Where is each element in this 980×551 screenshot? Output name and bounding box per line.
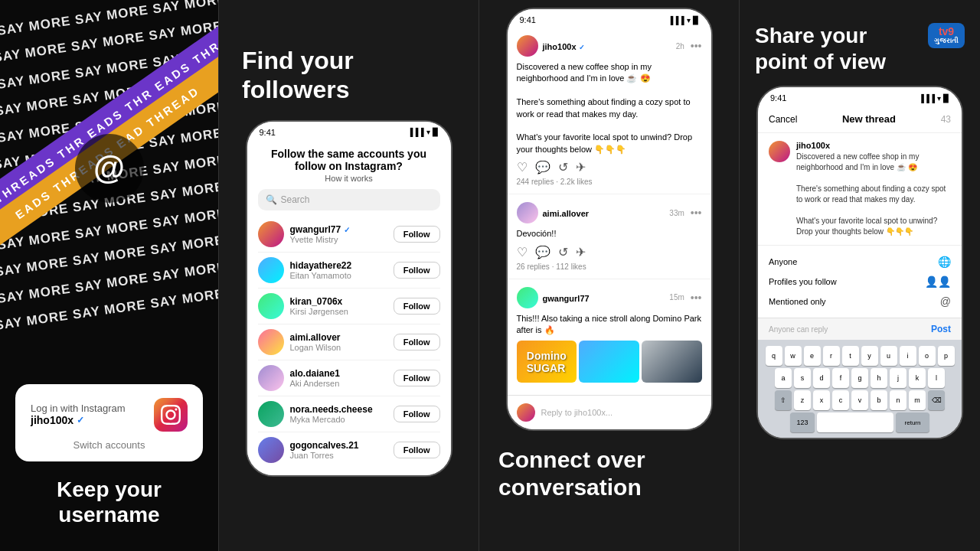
follow-button[interactable]: Follow	[394, 226, 440, 243]
follow-button[interactable]: Follow	[394, 334, 440, 350]
phone-mockup-panel4: 9:41 ▐▐▐ ▾ ▉ Cancel New thread 43 jiho10…	[756, 86, 963, 439]
realname: Myka Mercado	[290, 415, 394, 424]
reply-option-anyone[interactable]: Anyone 🌐	[769, 252, 951, 272]
reply-option-mentioned[interactable]: Mentioned only @	[769, 292, 951, 311]
panel4-title: Share your point of view	[755, 23, 928, 74]
like-icon[interactable]: ♡	[517, 245, 528, 259]
instagram-icon	[154, 398, 188, 432]
key-g[interactable]: g	[851, 368, 868, 388]
follow-button[interactable]: Follow	[394, 262, 440, 279]
key-q[interactable]: q	[766, 346, 782, 366]
key-shift[interactable]: ⇧	[775, 390, 792, 410]
key-z[interactable]: z	[794, 390, 811, 410]
people-icon: 👤👤	[925, 276, 951, 288]
avatar	[258, 293, 284, 319]
key-j[interactable]: j	[890, 368, 906, 388]
comment-icon[interactable]: 💬	[535, 160, 550, 174]
key-l[interactable]: l	[928, 368, 945, 388]
login-card[interactable]: Log in with Instagram jiho100x ✓ Switch …	[15, 384, 203, 461]
key-k[interactable]: k	[909, 368, 926, 388]
share-icon[interactable]: ✈	[576, 160, 586, 174]
panel1-title: Keep your username	[0, 477, 218, 528]
username: gogoncalves.21	[290, 440, 394, 451]
comment-icon[interactable]: 💬	[535, 245, 550, 259]
key-n[interactable]: n	[890, 390, 906, 410]
key-u[interactable]: u	[880, 346, 897, 366]
post-more-icon[interactable]: •••	[691, 292, 702, 304]
like-icon[interactable]: ♡	[517, 160, 528, 174]
new-thread-title: New thread	[842, 113, 896, 125]
reply-option-following[interactable]: Profiles you follow 👤👤	[769, 272, 951, 292]
repost-icon[interactable]: ↺	[558, 245, 568, 259]
post-image: DominoSUGAR	[517, 341, 577, 383]
post-more-icon[interactable]: •••	[691, 40, 702, 52]
reply-bar[interactable]: Reply to jiho100x...	[508, 395, 711, 429]
post-item: aimi.allover 33m ••• Devoción!! ♡ 💬 ↺ ✈ …	[508, 194, 711, 279]
post-stats: 244 replies · 2.2k likes	[517, 178, 702, 186]
tv9-badge: tv9 ગુજરાતી	[928, 23, 965, 48]
post-text: Discovered a new coffee shop in my neigh…	[517, 61, 702, 155]
share-icon[interactable]: ✈	[576, 245, 586, 259]
key-a[interactable]: a	[775, 368, 792, 388]
compose-row: jiho100x Discovered a new coffee shop in…	[769, 141, 951, 237]
follow-button[interactable]: Follow	[394, 442, 440, 458]
keyboard-row-3: ⇧ z x c v b n m ⌫	[761, 390, 959, 410]
key-v[interactable]: v	[851, 390, 868, 410]
phone-content: Follow the same accounts you follow on I…	[247, 140, 451, 475]
follow-button[interactable]: Follow	[394, 370, 440, 386]
realname: Yvette Mistry	[290, 235, 394, 244]
reply-option-label: Profiles you follow	[769, 277, 837, 286]
key-y[interactable]: y	[861, 346, 878, 366]
key-r[interactable]: r	[823, 346, 840, 366]
avatar	[258, 221, 284, 247]
post-username: gwangurl77	[543, 294, 590, 303]
panel3-title: Connect over conversation	[498, 446, 720, 501]
post-avatar	[517, 35, 538, 57]
key-backspace[interactable]: ⌫	[928, 390, 945, 410]
key-p[interactable]: p	[938, 346, 955, 366]
key-w[interactable]: w	[785, 346, 802, 366]
follow-button[interactable]: Follow	[394, 298, 440, 315]
key-m[interactable]: m	[909, 390, 926, 410]
phone-status-bar: 9:41 ▐▐▐ ▾ ▉	[758, 87, 962, 106]
post-more-icon[interactable]: •••	[691, 207, 702, 219]
post-user-info: jiho100x ✓	[543, 39, 585, 53]
key-b[interactable]: b	[871, 390, 887, 410]
keyboard-row-4: 123 return	[761, 412, 959, 432]
reply-input[interactable]: Reply to jiho100x...	[541, 408, 702, 417]
post-button[interactable]: Post	[931, 324, 951, 334]
post-image	[579, 341, 639, 383]
post-image	[642, 341, 702, 383]
switch-accounts-link[interactable]: Switch accounts	[31, 439, 188, 451]
panel3-bottom: Connect over conversation	[479, 431, 739, 524]
key-h[interactable]: h	[871, 368, 887, 388]
key-numbers[interactable]: 123	[790, 412, 815, 432]
reply-option-label: Mentioned only	[769, 297, 826, 306]
key-e[interactable]: e	[804, 346, 821, 366]
key-s[interactable]: s	[794, 368, 811, 388]
compose-text[interactable]: Discovered a new coffee shop in my neigh…	[796, 152, 951, 237]
key-c[interactable]: c	[832, 390, 849, 410]
key-return[interactable]: return	[896, 412, 929, 432]
cancel-button[interactable]: Cancel	[769, 114, 797, 125]
avatar	[258, 437, 284, 463]
key-o[interactable]: o	[919, 346, 936, 366]
search-bar[interactable]: 🔍 Search	[258, 189, 440, 210]
panel-keep-username: SAY MORE SAY MORE SAY MORE SAY MORE SAY …	[0, 0, 218, 551]
repost-icon[interactable]: ↺	[558, 160, 568, 174]
key-i[interactable]: i	[900, 346, 916, 366]
panel1-bottom: Log in with Instagram jiho100x ✓ Switch …	[0, 384, 218, 551]
key-f[interactable]: f	[832, 368, 849, 388]
key-x[interactable]: x	[813, 390, 830, 410]
key-d[interactable]: d	[813, 368, 830, 388]
follow-question: Follow the same accounts you follow on I…	[258, 148, 440, 172]
compose-username: jiho100x	[796, 141, 951, 150]
follow-button[interactable]: Follow	[394, 406, 440, 422]
how-it-works-link[interactable]: How it works	[258, 174, 440, 183]
user-info: nora.needs.cheese Myka Mercado	[290, 404, 394, 424]
login-username: jiho100x ✓	[31, 414, 126, 426]
avatar	[258, 257, 284, 283]
key-t[interactable]: t	[842, 346, 859, 366]
key-space[interactable]	[817, 412, 893, 432]
avatar	[258, 401, 284, 427]
